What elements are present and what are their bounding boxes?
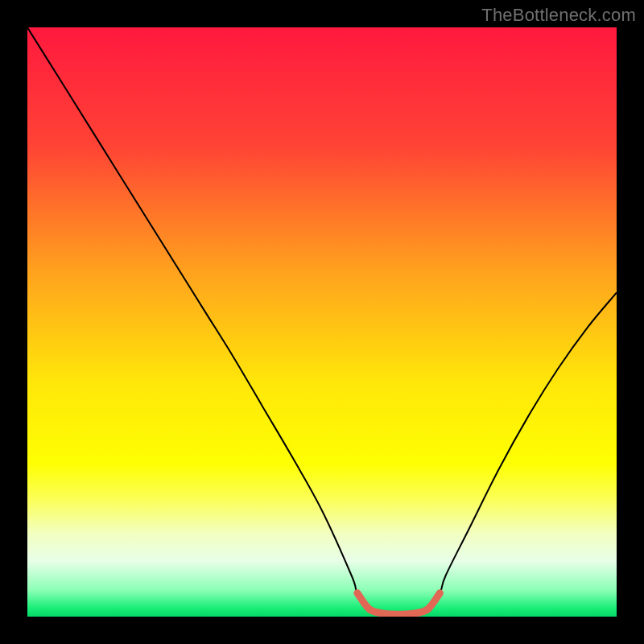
chart-canvas <box>27 27 617 617</box>
gradient-background <box>27 27 617 617</box>
plot-area <box>27 27 617 617</box>
watermark-text: TheBottleneck.com <box>481 5 636 26</box>
chart-frame: TheBottleneck.com <box>0 0 644 644</box>
